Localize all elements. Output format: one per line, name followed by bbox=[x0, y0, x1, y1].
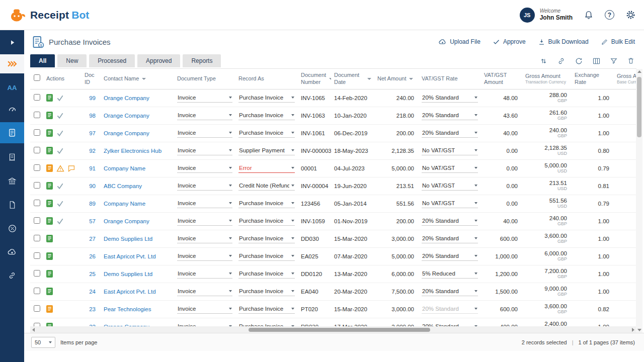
scroll-down-icon[interactable] bbox=[637, 329, 641, 331]
doc-id-link[interactable]: 97 bbox=[89, 130, 96, 136]
vat-rate-select[interactable]: 5% Reduced bbox=[422, 269, 478, 279]
document-status-icon[interactable] bbox=[46, 252, 53, 260]
row-checkbox[interactable] bbox=[34, 129, 40, 136]
row-checkbox[interactable] bbox=[34, 200, 40, 206]
contact-link[interactable]: East Apricot Pvt. Ltd bbox=[104, 253, 156, 259]
document-status-icon[interactable] bbox=[46, 94, 53, 102]
vat-rate-select[interactable]: No VAT/GST bbox=[422, 182, 478, 191]
row-checkbox[interactable] bbox=[34, 270, 40, 277]
select-all-checkbox[interactable] bbox=[34, 74, 40, 81]
record-as-select[interactable]: Purchase Invoice bbox=[238, 129, 295, 138]
document-status-icon[interactable] bbox=[46, 323, 53, 326]
tab-reports[interactable]: Reports bbox=[183, 54, 221, 67]
avatar[interactable]: JS bbox=[520, 8, 535, 23]
doc-id-link[interactable]: 92 bbox=[89, 148, 96, 154]
document-status-icon[interactable] bbox=[46, 235, 53, 242]
document-status-icon[interactable] bbox=[46, 112, 53, 119]
sidebar-item-dashboard[interactable] bbox=[0, 100, 24, 119]
upload-file-button[interactable]: Upload File bbox=[438, 38, 480, 46]
sidebar-item-purchase-invoices[interactable] bbox=[0, 122, 24, 143]
contact-link[interactable]: Demo Supplies Ltd bbox=[104, 236, 152, 242]
record-as-select[interactable]: Purchase Invoice bbox=[238, 94, 295, 103]
vat-rate-select[interactable]: 20% Standard bbox=[422, 111, 478, 120]
doc-id-link[interactable]: 99 bbox=[89, 95, 96, 101]
document-type-select[interactable]: Invoice bbox=[177, 146, 232, 155]
bulk-edit-button[interactable]: Bulk Edit bbox=[601, 38, 635, 46]
record-as-select[interactable]: Supplier Payment bbox=[238, 146, 295, 155]
bulk-download-button[interactable]: Bulk Download bbox=[538, 38, 589, 46]
vat-rate-select[interactable]: No VAT/GST bbox=[422, 199, 478, 208]
row-checkbox[interactable] bbox=[34, 94, 40, 101]
scroll-right-icon[interactable] bbox=[632, 328, 634, 332]
document-status-icon[interactable] bbox=[46, 129, 53, 137]
contact-link[interactable]: Company Name bbox=[104, 201, 145, 207]
contact-link[interactable]: Orange Company bbox=[104, 130, 149, 136]
row-checkbox[interactable] bbox=[34, 112, 40, 118]
record-as-select[interactable]: Purchase Invoice bbox=[238, 252, 295, 261]
contact-link[interactable]: Zylker Electronics Hub bbox=[104, 148, 162, 154]
gear-icon[interactable] bbox=[625, 10, 636, 20]
row-checkbox[interactable] bbox=[34, 235, 40, 241]
record-as-select[interactable]: Error bbox=[238, 164, 295, 173]
filter-caret-icon[interactable] bbox=[142, 78, 146, 80]
document-type-select[interactable]: Invoice bbox=[177, 322, 232, 327]
doc-id-link[interactable]: 27 bbox=[89, 236, 96, 242]
vat-rate-select[interactable]: 20% Standard bbox=[422, 252, 478, 261]
sidebar-menu-toggle[interactable] bbox=[0, 54, 24, 73]
contact-link[interactable]: East Apricot Pvt. Ltd bbox=[104, 289, 156, 295]
tab-processed[interactable]: Processed bbox=[89, 54, 135, 67]
vat-rate-select[interactable]: 20% Standard bbox=[422, 234, 478, 243]
sidebar-item-tax[interactable] bbox=[0, 219, 24, 238]
contact-link[interactable]: Orange Company bbox=[104, 95, 149, 101]
doc-id-link[interactable]: 25 bbox=[89, 271, 96, 277]
vertical-scrollbar[interactable] bbox=[636, 69, 642, 333]
document-type-select[interactable]: Invoice bbox=[177, 305, 232, 314]
approve-button[interactable]: Approve bbox=[493, 38, 526, 46]
filter-caret-icon[interactable] bbox=[367, 78, 371, 80]
vat-rate-select[interactable]: 20% Standard bbox=[422, 287, 478, 296]
refresh-icon[interactable] bbox=[575, 57, 583, 65]
vertical-scrollbar-thumb[interactable] bbox=[637, 77, 641, 137]
sidebar-item-sales[interactable] bbox=[0, 148, 24, 167]
document-status-icon[interactable] bbox=[46, 164, 53, 172]
doc-id-link[interactable]: 24 bbox=[89, 289, 96, 295]
filter-caret-icon[interactable] bbox=[329, 78, 331, 80]
record-as-select[interactable]: Purchase Invoice bbox=[238, 287, 295, 296]
vat-rate-select[interactable]: 20% Standard bbox=[422, 129, 478, 138]
sidebar-item-links[interactable] bbox=[0, 266, 24, 285]
document-type-select[interactable]: Invoice bbox=[177, 111, 232, 120]
tab-new[interactable]: New bbox=[57, 54, 87, 67]
document-type-select[interactable]: Invoice bbox=[177, 164, 232, 173]
row-checkbox[interactable] bbox=[34, 182, 40, 189]
contact-link[interactable]: Pear Technologies bbox=[104, 306, 151, 312]
tab-all[interactable]: All bbox=[30, 54, 55, 67]
record-as-select[interactable]: Purchase Invoice bbox=[238, 217, 295, 226]
doc-id-link[interactable]: 90 bbox=[89, 183, 96, 189]
doc-id-link[interactable]: 98 bbox=[89, 113, 96, 119]
help-icon[interactable]: ? bbox=[605, 10, 614, 20]
document-type-select[interactable]: Invoice bbox=[177, 199, 232, 208]
document-type-select[interactable]: Invoice bbox=[177, 129, 232, 138]
row-checkbox[interactable] bbox=[34, 252, 40, 259]
filter-caret-icon[interactable] bbox=[409, 78, 413, 80]
contact-link[interactable]: ABC Company bbox=[104, 183, 142, 189]
doc-id-link[interactable]: 23 bbox=[89, 306, 96, 312]
items-per-page-select[interactable]: 50 bbox=[31, 337, 55, 348]
sidebar-item-aa[interactable]: AA bbox=[0, 80, 24, 95]
sort-icon[interactable] bbox=[539, 57, 548, 65]
document-status-icon[interactable] bbox=[46, 147, 53, 154]
document-status-icon[interactable] bbox=[46, 288, 53, 295]
sidebar-item-documents[interactable] bbox=[0, 195, 24, 214]
contact-link[interactable]: Company Name bbox=[104, 165, 145, 171]
record-as-select[interactable]: Purchase Invoice bbox=[238, 269, 295, 279]
record-as-select[interactable]: Purchase Invoice bbox=[238, 234, 295, 243]
scroll-up-icon[interactable] bbox=[637, 70, 641, 73]
document-status-icon[interactable] bbox=[46, 305, 53, 313]
sidebar-item-upload[interactable] bbox=[0, 242, 24, 261]
record-as-select[interactable]: Purchase Invoice bbox=[238, 111, 295, 120]
sidebar-expand-button[interactable] bbox=[0, 34, 24, 50]
document-type-select[interactable]: Invoice bbox=[177, 269, 232, 279]
warning-icon[interactable] bbox=[56, 165, 64, 172]
vat-rate-select[interactable]: 20% Standard bbox=[422, 322, 478, 327]
document-status-icon[interactable] bbox=[46, 270, 53, 278]
